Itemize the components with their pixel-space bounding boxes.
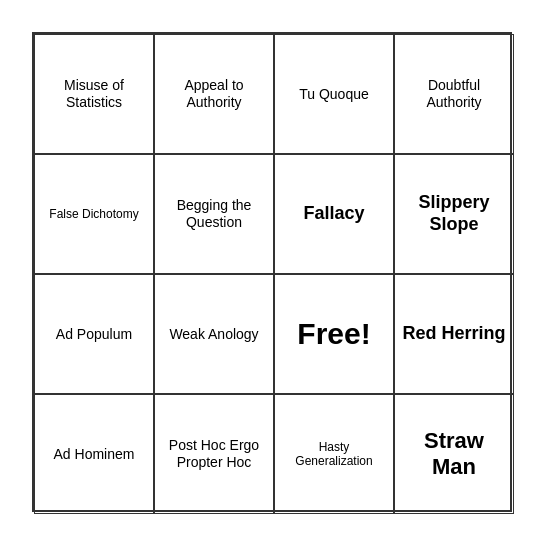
bingo-cell-r2c3: Red Herring [394, 274, 514, 394]
cell-label-r3c0: Ad Hominem [54, 446, 135, 463]
cell-label-r2c3: Red Herring [402, 323, 505, 345]
bingo-cell-r3c3: Straw Man [394, 394, 514, 514]
cell-label-r2c0: Ad Populum [56, 326, 132, 343]
cell-label-r1c2: Fallacy [303, 203, 364, 225]
bingo-cell-r1c2: Fallacy [274, 154, 394, 274]
bingo-cell-r0c0: Misuse of Statistics [34, 34, 154, 154]
bingo-cell-r1c0: False Dichotomy [34, 154, 154, 274]
bingo-cell-r1c3: Slippery Slope [394, 154, 514, 274]
bingo-cell-r3c0: Ad Hominem [34, 394, 154, 514]
bingo-cell-r0c2: Tu Quoque [274, 34, 394, 154]
bingo-card: Misuse of StatisticsAppeal to AuthorityT… [32, 32, 512, 512]
bingo-cell-r2c0: Ad Populum [34, 274, 154, 394]
cell-label-r3c3: Straw Man [401, 428, 507, 481]
bingo-cell-r0c3: Doubtful Authority [394, 34, 514, 154]
cell-label-r2c2: Free! [297, 316, 370, 352]
cell-label-r1c1: Begging the Question [161, 197, 267, 231]
cell-label-r3c2: Hasty Generalization [281, 440, 387, 469]
cell-label-r2c1: Weak Anology [169, 326, 258, 343]
cell-label-r0c3: Doubtful Authority [401, 77, 507, 111]
cell-label-r1c3: Slippery Slope [401, 192, 507, 235]
bingo-cell-r3c2: Hasty Generalization [274, 394, 394, 514]
bingo-cell-r3c1: Post Hoc Ergo Propter Hoc [154, 394, 274, 514]
bingo-cell-r2c1: Weak Anology [154, 274, 274, 394]
bingo-cell-r0c1: Appeal to Authority [154, 34, 274, 154]
cell-label-r1c0: False Dichotomy [49, 207, 138, 221]
cell-label-r0c2: Tu Quoque [299, 86, 369, 103]
cell-label-r0c1: Appeal to Authority [161, 77, 267, 111]
cell-label-r0c0: Misuse of Statistics [41, 77, 147, 111]
cell-label-r3c1: Post Hoc Ergo Propter Hoc [161, 437, 267, 471]
bingo-cell-r2c2: Free! [274, 274, 394, 394]
bingo-cell-r1c1: Begging the Question [154, 154, 274, 274]
